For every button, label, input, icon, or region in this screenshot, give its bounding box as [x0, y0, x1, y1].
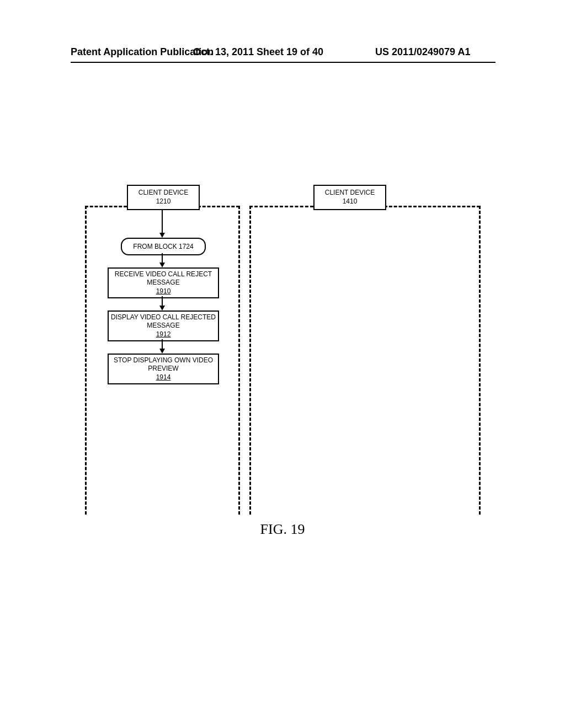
dashed-border-segment — [238, 206, 240, 515]
box-ref: 1210 — [156, 197, 171, 206]
client-device-right-box: CLIENT DEVICE 1410 — [313, 185, 386, 210]
box-label: CLIENT DEVICE — [325, 189, 375, 197]
step-ref-number: 1914 — [156, 373, 171, 382]
flow-arrow-line — [162, 253, 163, 263]
step-ref-number: 1910 — [156, 287, 171, 296]
client-device-left-box: CLIENT DEVICE 1210 — [127, 185, 200, 210]
box-label: CLIENT DEVICE — [138, 189, 188, 197]
step-ref-number: 1912 — [156, 330, 171, 339]
box-ref: 1410 — [343, 197, 358, 206]
flow-arrow-line — [162, 296, 163, 306]
step-1912-box: DISPLAY VIDEO CALL REJECTED MESSAGE 1912 — [108, 311, 219, 341]
step-text-line: STOP DISPLAYING OWN VIDEO — [114, 356, 213, 365]
connector-label: FROM BLOCK 1724 — [133, 243, 193, 250]
dashed-border-segment — [198, 206, 239, 207]
flow-arrowhead-icon — [159, 306, 165, 311]
step-1914-box: STOP DISPLAYING OWN VIDEO PREVIEW 1914 — [108, 354, 219, 384]
step-text-line: RECEIVE VIDEO CALL REJECT — [115, 270, 212, 279]
flow-arrow-line — [162, 339, 163, 349]
flowchart-diagram: CLIENT DEVICE 1210 CLIENT DEVICE 1410 FR… — [83, 185, 486, 516]
dashed-border-segment — [249, 206, 313, 207]
step-text-line: DISPLAY VIDEO CALL REJECTED — [111, 313, 216, 322]
dashed-border-segment — [384, 206, 480, 207]
flow-arrowhead-icon — [159, 349, 165, 354]
figure-label: FIG. 19 — [260, 521, 305, 537]
header-doc-number: US 2011/0249079 A1 — [375, 46, 470, 58]
figure-caption: FIG. 19 — [0, 521, 565, 538]
step-text-line: MESSAGE — [147, 279, 179, 287]
dashed-border-segment — [85, 206, 127, 207]
header-underline — [71, 62, 495, 63]
flow-arrow-line — [162, 208, 163, 233]
header-date-sheet: Oct. 13, 2011 Sheet 19 of 40 — [193, 46, 323, 58]
header-publication-label: Patent Application Publication — [71, 46, 214, 58]
flow-arrowhead-icon — [159, 263, 165, 267]
dashed-border-segment — [249, 206, 251, 515]
from-block-connector: FROM BLOCK 1724 — [121, 238, 206, 255]
flow-arrowhead-icon — [159, 233, 165, 238]
dashed-border-segment — [85, 206, 87, 515]
step-text-line: PREVIEW — [148, 365, 178, 373]
step-1910-box: RECEIVE VIDEO CALL REJECT MESSAGE 1910 — [108, 267, 219, 298]
step-text-line: MESSAGE — [147, 322, 179, 330]
dashed-border-segment — [479, 206, 481, 515]
